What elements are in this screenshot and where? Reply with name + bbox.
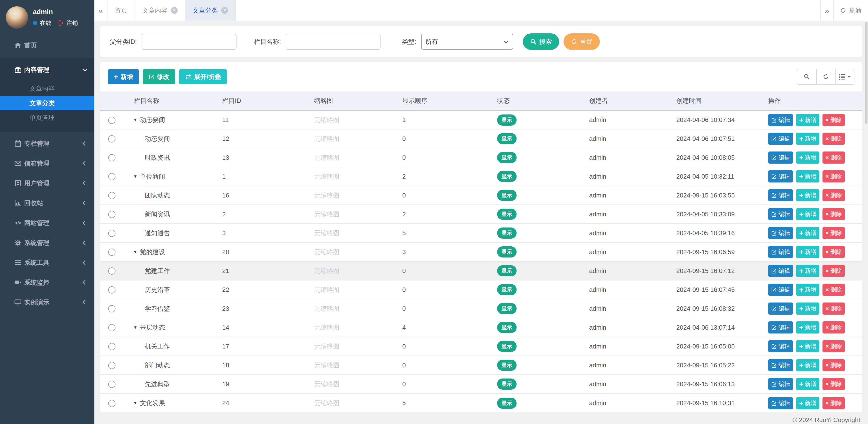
row-radio[interactable]: [108, 362, 116, 369]
row-add-button[interactable]: +新增: [796, 321, 819, 333]
table-row[interactable]: 学习借鉴 23 无缩略图 0 显示 admin 2024-09-15 16:08…: [100, 299, 862, 318]
sidebar-item-demo[interactable]: 实例演示: [0, 292, 94, 312]
sidebar-subitem-article-content[interactable]: 文章内容: [0, 81, 94, 96]
row-radio[interactable]: [108, 381, 116, 388]
tabs-scroll-right-button[interactable]: »: [820, 0, 833, 21]
row-delete-button[interactable]: ×删除: [823, 265, 845, 277]
sidebar-subitem-single-page[interactable]: 单页管理: [0, 110, 94, 125]
row-edit-button[interactable]: 编辑: [768, 302, 793, 315]
column-header[interactable]: 创建者: [585, 92, 673, 110]
row-edit-button[interactable]: 编辑: [768, 246, 793, 258]
row-radio[interactable]: [108, 400, 116, 407]
row-edit-button[interactable]: 编辑: [768, 227, 793, 239]
category-name-input[interactable]: [286, 34, 380, 50]
row-edit-button[interactable]: 编辑: [768, 265, 793, 277]
row-add-button[interactable]: +新增: [796, 246, 819, 258]
table-row[interactable]: 团队动态 16 无缩略图 0 显示 admin 2024-09-15 16:03…: [100, 186, 862, 205]
row-radio[interactable]: [108, 173, 116, 180]
tree-caret-down-icon[interactable]: ▼: [133, 174, 137, 179]
columns-toggle-button[interactable]: [835, 69, 854, 84]
row-radio[interactable]: [108, 305, 116, 313]
logout-button[interactable]: 注销: [58, 19, 78, 27]
show-search-button[interactable]: [797, 69, 816, 84]
row-radio[interactable]: [108, 286, 116, 294]
tab-article-content[interactable]: 文章内容 ×: [135, 0, 185, 21]
sidebar-item-system-tools[interactable]: 系统工具: [0, 253, 94, 272]
row-edit-button[interactable]: 编辑: [768, 208, 793, 220]
row-delete-button[interactable]: ×删除: [823, 208, 845, 220]
row-edit-button[interactable]: 编辑: [768, 284, 793, 296]
sidebar-item-user[interactable]: 用户管理: [0, 173, 94, 193]
row-edit-button[interactable]: 编辑: [768, 321, 793, 333]
table-row[interactable]: ▼ 文化发展 24 无缩略图 5 显示 admin 2024-09-15 16:…: [100, 393, 862, 413]
row-add-button[interactable]: +新增: [796, 302, 819, 315]
row-delete-button[interactable]: ×删除: [823, 397, 845, 409]
refresh-tab-button[interactable]: 刷新: [833, 0, 868, 21]
expand-collapse-button[interactable]: 展开/折叠: [179, 69, 227, 84]
table-row[interactable]: 历史沿革 22 无缩略图 0 显示 admin 2024-09-15 16:07…: [100, 280, 862, 299]
row-add-button[interactable]: +新增: [796, 227, 819, 239]
row-add-button[interactable]: +新增: [796, 170, 819, 183]
row-edit-button[interactable]: 编辑: [768, 133, 793, 145]
row-add-button[interactable]: +新增: [796, 208, 819, 220]
sidebar-item-recycle-bin[interactable]: 回收站: [0, 193, 94, 213]
row-radio[interactable]: [108, 267, 116, 275]
add-button[interactable]: + 新增: [108, 69, 139, 84]
avatar[interactable]: [6, 6, 28, 29]
row-add-button[interactable]: +新增: [796, 359, 819, 371]
row-radio[interactable]: [108, 343, 116, 350]
sidebar-subitem-article-category[interactable]: 文章分类: [0, 96, 94, 110]
row-edit-button[interactable]: 编辑: [768, 340, 793, 352]
sidebar-item-system[interactable]: 系统管理: [0, 233, 94, 253]
row-delete-button[interactable]: ×删除: [823, 321, 845, 333]
row-radio[interactable]: [108, 230, 116, 237]
close-icon[interactable]: ×: [221, 7, 228, 14]
row-radio[interactable]: [108, 135, 116, 142]
column-header[interactable]: 栏目ID: [218, 92, 310, 110]
tree-caret-down-icon[interactable]: ▼: [133, 325, 137, 330]
sidebar-item-website[interactable]: </> 网站管理: [0, 213, 94, 233]
table-row[interactable]: 先进典型 19 无缩略图 0 显示 admin 2024-09-15 16:06…: [100, 374, 862, 393]
table-row[interactable]: 部门动态 18 无缩略图 0 显示 admin 2024-09-15 16:05…: [100, 356, 862, 374]
sidebar-item-mailbox[interactable]: 信箱管理: [0, 154, 94, 173]
page-scrollbar[interactable]: [864, 21, 868, 424]
table-row[interactable]: 通知通告 3 无缩略图 5 显示 admin 2024-04-05 10:39:…: [100, 224, 862, 242]
row-delete-button[interactable]: ×删除: [823, 114, 845, 126]
row-add-button[interactable]: +新增: [796, 152, 819, 164]
column-header[interactable]: 显示顺序: [398, 92, 493, 110]
row-add-button[interactable]: +新增: [796, 189, 819, 201]
table-row[interactable]: 新闻资讯 2 无缩略图 2 显示 admin 2024-04-05 10:33:…: [100, 205, 862, 224]
row-edit-button[interactable]: 编辑: [768, 170, 793, 183]
row-delete-button[interactable]: ×删除: [823, 189, 845, 201]
sidebar-item-system-monitor[interactable]: 系统监控: [0, 272, 94, 292]
row-add-button[interactable]: +新增: [796, 340, 819, 352]
row-delete-button[interactable]: ×删除: [823, 302, 845, 315]
row-edit-button[interactable]: 编辑: [768, 359, 793, 371]
table-row[interactable]: 党建工作 21 无缩略图 0 显示 admin 2024-09-15 16:07…: [100, 261, 862, 280]
row-delete-button[interactable]: ×删除: [823, 227, 845, 239]
row-add-button[interactable]: +新增: [796, 114, 819, 126]
table-row[interactable]: ▼ 党的建设 20 无缩略图 3 显示 admin 2024-09-15 16:…: [100, 242, 862, 261]
sidebar-item-special-column[interactable]: 专栏管理: [0, 134, 94, 154]
row-add-button[interactable]: +新增: [796, 265, 819, 277]
column-header[interactable]: 状态: [493, 92, 585, 110]
row-delete-button[interactable]: ×删除: [823, 359, 845, 371]
table-row[interactable]: 机关工作 17 无缩略图 0 显示 admin 2024-09-15 16:05…: [100, 337, 862, 356]
row-add-button[interactable]: +新增: [796, 397, 819, 409]
tabs-scroll-left-button[interactable]: «: [94, 0, 107, 21]
row-delete-button[interactable]: ×删除: [823, 378, 845, 390]
row-delete-button[interactable]: ×删除: [823, 133, 845, 145]
row-delete-button[interactable]: ×删除: [823, 170, 845, 183]
row-radio[interactable]: [108, 249, 116, 256]
row-radio[interactable]: [108, 211, 116, 218]
row-edit-button[interactable]: 编辑: [768, 397, 793, 409]
refresh-table-button[interactable]: [816, 69, 835, 84]
row-radio[interactable]: [108, 192, 116, 199]
row-add-button[interactable]: +新增: [796, 133, 819, 145]
table-row[interactable]: 动态要闻 12 无缩略图 0 显示 admin 2024-04-06 10:07…: [100, 129, 862, 148]
row-edit-button[interactable]: 编辑: [768, 114, 793, 126]
row-add-button[interactable]: +新增: [796, 378, 819, 390]
type-select[interactable]: 所有: [421, 34, 513, 50]
table-row[interactable]: 时政资讯 13 无缩略图 0 显示 admin 2024-04-06 10:08…: [100, 148, 862, 167]
row-delete-button[interactable]: ×删除: [823, 340, 845, 352]
